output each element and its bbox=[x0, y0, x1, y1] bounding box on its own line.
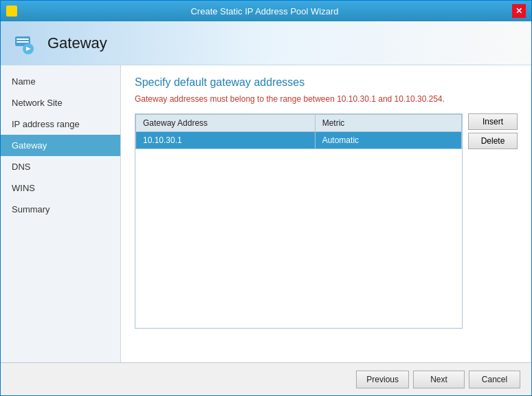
gateway-address-cell[interactable] bbox=[136, 132, 315, 149]
footer: Previous Next Cancel bbox=[1, 362, 531, 395]
cancel-button[interactable]: Cancel bbox=[469, 371, 520, 388]
gateway-table-outer: Gateway Address Metric Automatic bbox=[135, 113, 463, 329]
svg-rect-2 bbox=[8, 12, 11, 15]
sidebar-item-network-site[interactable]: Network Site bbox=[1, 92, 120, 113]
previous-button[interactable]: Previous bbox=[356, 371, 409, 388]
empty-row bbox=[136, 149, 462, 328]
svg-rect-6 bbox=[16, 41, 29, 43]
section-title: Specify default gateway addresses bbox=[135, 76, 518, 89]
table-row[interactable]: Automatic bbox=[136, 132, 462, 149]
content-area: Name Network Site IP address range Gatew… bbox=[1, 65, 531, 362]
next-button[interactable]: Next bbox=[413, 371, 465, 388]
window-icon bbox=[6, 6, 17, 16]
wizard-window: Create Static IP Address Pool Wizard ✕ G… bbox=[0, 0, 532, 396]
sidebar-item-summary[interactable]: Summary bbox=[1, 199, 120, 220]
sidebar-item-dns[interactable]: DNS bbox=[1, 156, 120, 177]
col-header-metric: Metric bbox=[315, 115, 461, 132]
range-start: 10.10.30.1 bbox=[337, 94, 376, 104]
sidebar-item-ip-address-range[interactable]: IP address range bbox=[1, 113, 120, 135]
title-bar: Create Static IP Address Pool Wizard ✕ bbox=[1, 1, 531, 21]
side-buttons: Insert Delete bbox=[468, 113, 518, 149]
gateway-address-input[interactable] bbox=[143, 135, 308, 145]
svg-rect-0 bbox=[8, 7, 11, 10]
gateway-icon bbox=[12, 30, 39, 57]
gateway-table: Gateway Address Metric Automatic bbox=[135, 114, 462, 328]
sidebar-item-gateway[interactable]: Gateway bbox=[1, 135, 120, 156]
header-title: Gateway bbox=[47, 34, 107, 52]
svg-rect-5 bbox=[16, 38, 29, 40]
header-band: Gateway bbox=[1, 21, 531, 65]
range-description: Gateway addresses must belong to the ran… bbox=[135, 94, 518, 104]
col-header-gateway: Gateway Address bbox=[136, 115, 315, 132]
sidebar: Name Network Site IP address range Gatew… bbox=[1, 65, 121, 362]
sidebar-item-name[interactable]: Name bbox=[1, 71, 120, 92]
gateway-table-area: Gateway Address Metric Automatic bbox=[135, 113, 518, 329]
close-button[interactable]: ✕ bbox=[512, 4, 526, 18]
main-content: Specify default gateway addresses Gatewa… bbox=[121, 65, 531, 362]
svg-rect-1 bbox=[12, 7, 16, 10]
insert-button[interactable]: Insert bbox=[468, 113, 518, 130]
range-end: 10.10.30.254 bbox=[395, 94, 443, 104]
sidebar-item-wins[interactable]: WINS bbox=[1, 177, 120, 199]
window-title: Create Static IP Address Pool Wizard bbox=[17, 6, 512, 16]
delete-button[interactable]: Delete bbox=[468, 133, 518, 149]
metric-cell: Automatic bbox=[315, 132, 461, 149]
svg-rect-3 bbox=[12, 12, 16, 15]
